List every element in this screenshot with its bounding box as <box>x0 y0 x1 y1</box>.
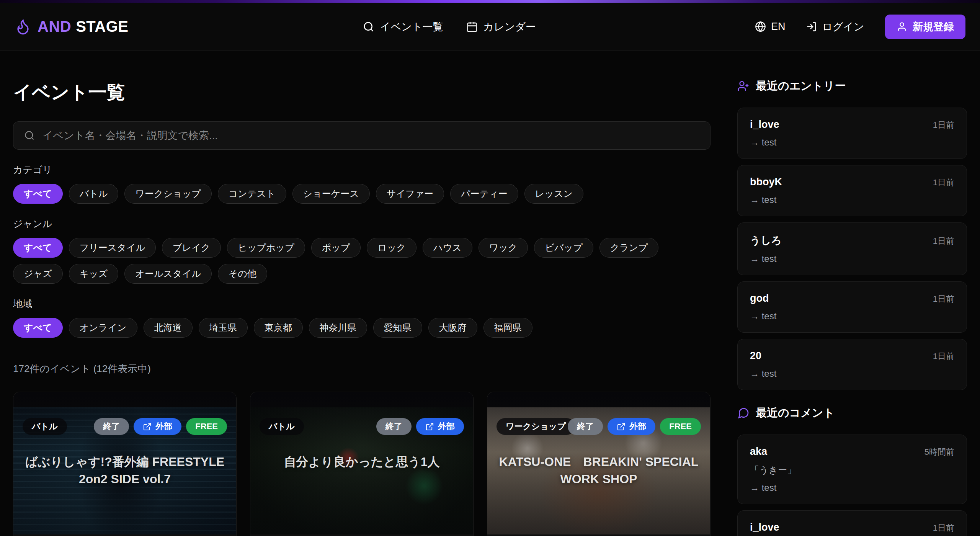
filter-chip[interactable]: コンテスト <box>218 184 286 204</box>
comment-timestamp: 5時間前 <box>924 446 954 458</box>
filter-chip[interactable]: その他 <box>218 264 267 284</box>
comment-item-top: i_love 1日前 <box>750 521 954 534</box>
entry-item[interactable]: i_love 1日前 → test <box>737 108 967 159</box>
filter-chip[interactable]: すべて <box>13 318 63 338</box>
event-card-media: ワークショップ 終了 外部 FREE KATSU-ONE BREAKI <box>487 392 710 534</box>
register-button[interactable]: 新規登録 <box>885 15 965 39</box>
entry-item-top: bboyK 1日前 <box>750 176 954 188</box>
filter-chip[interactable]: 神奈川県 <box>309 318 367 338</box>
header-actions: EN ログイン 新規登録 <box>755 15 965 39</box>
entry-item[interactable]: うしろ 1日前 → test <box>737 222 967 275</box>
filter-chip[interactable]: 大阪府 <box>428 318 477 338</box>
category-badge: バトル <box>260 418 304 435</box>
comment-user-name: aka <box>750 446 767 458</box>
page-layout: イベント一覧 カテゴリ すべてバトルワークショップコンテストショーケースサイファ… <box>0 51 980 536</box>
top-accent-bar <box>0 0 980 3</box>
filter-chip[interactable]: すべて <box>13 238 63 258</box>
filter-chip[interactable]: パーティー <box>450 184 518 204</box>
status-badges: 終了 外部 <box>376 418 464 435</box>
event-overlay-title: ばぶりしゃす!?番外編 FREESTYLE 2on2 SIDE vol.7 <box>24 453 225 488</box>
entry-target: → test <box>750 253 954 264</box>
genre-filter-label: ジャンル <box>13 217 710 230</box>
filter-chip[interactable]: ショーケース <box>292 184 370 204</box>
nav-item-label: イベント一覧 <box>380 20 443 34</box>
external-badge-label: 外部 <box>155 421 172 432</box>
sidebar: 最近のエントリー i_love 1日前 → test bboyK 1日前 <box>737 51 967 536</box>
event-card-media: バトル 終了 外部 FREE ばぶりしゃす!?番外編 FREESTYL <box>13 392 236 534</box>
event-card-body: フリースタイル ばぶりしゃす!?番外編 FREESTYLE 2on2 <box>13 534 236 536</box>
entry-item-top: 20 1日前 <box>750 350 954 362</box>
event-card[interactable]: バトル 終了 外部 自分より良かったと思う1人 <box>250 392 474 536</box>
external-link-icon <box>425 422 434 431</box>
filter-chip[interactable]: ポップ <box>311 238 361 258</box>
search-input[interactable] <box>42 129 699 142</box>
status-badges: 終了 外部 FREE <box>568 418 701 435</box>
entry-user-name: god <box>750 293 769 304</box>
filter-chip[interactable]: オールスタイル <box>124 264 211 284</box>
filter-chip[interactable]: キッズ <box>69 264 119 284</box>
filter-chip[interactable]: フリースタイル <box>69 238 156 258</box>
comment-item[interactable]: aka 5時間前 「うきー」 → test <box>737 435 967 504</box>
external-badge: 外部 <box>416 418 464 435</box>
ended-badge: 終了 <box>568 418 603 435</box>
entry-item[interactable]: god 1日前 → test <box>737 281 967 333</box>
register-label: 新規登録 <box>913 20 954 34</box>
ended-badge: 終了 <box>376 418 412 435</box>
external-badge-label: 外部 <box>438 421 455 432</box>
logo[interactable]: AND STAGE <box>15 18 129 35</box>
ended-badge: 終了 <box>94 418 129 435</box>
filter-chip[interactable]: 福岡県 <box>483 318 532 338</box>
filter-chip[interactable]: ブレイク <box>162 238 221 258</box>
filter-chip[interactable]: ビバップ <box>534 238 593 258</box>
entry-timestamp: 1日前 <box>933 177 954 188</box>
recent-entries-header: 最近のエントリー <box>737 78 967 94</box>
category-badge: バトル <box>23 418 67 435</box>
entry-timestamp: 1日前 <box>933 235 954 247</box>
filter-chip[interactable]: ワック <box>479 238 528 258</box>
entry-user-name: うしろ <box>750 234 782 247</box>
filter-chip[interactable]: クランプ <box>599 238 658 258</box>
recent-entries-list: i_love 1日前 → test bboyK 1日前 → test うしろ <box>737 108 967 390</box>
comment-target: → test <box>750 482 954 493</box>
filter-chip[interactable]: サイファー <box>376 184 444 204</box>
language-switch[interactable]: EN <box>755 21 786 33</box>
main-nav: イベント一覧 カレンダー <box>363 20 536 34</box>
event-card[interactable]: バトル 終了 外部 FREE ばぶりしゃす!?番外編 FREESTYL <box>13 392 237 536</box>
event-card-media: バトル 終了 外部 自分より良かったと思う1人 <box>250 392 473 534</box>
user-plus-icon <box>737 80 750 92</box>
entry-target: → test <box>750 368 954 379</box>
filter-chip[interactable]: 北海道 <box>144 318 193 338</box>
filter-chip[interactable]: ジャズ <box>13 264 63 284</box>
filter-chip[interactable]: ヒップホップ <box>227 238 305 258</box>
filter-chip[interactable]: すべて <box>13 184 63 204</box>
login-button[interactable]: ログイン <box>806 20 864 34</box>
filter-chip[interactable]: 愛知県 <box>373 318 422 338</box>
entry-item[interactable]: 20 1日前 → test <box>737 339 967 390</box>
filter-chip[interactable]: ロック <box>367 238 416 258</box>
entry-item[interactable]: bboyK 1日前 → test <box>737 165 967 216</box>
filter-chip[interactable]: オンライン <box>69 318 137 338</box>
status-badges: 終了 外部 FREE <box>94 418 227 435</box>
entry-target: → test <box>750 137 954 148</box>
filter-chip[interactable]: レッスン <box>524 184 583 204</box>
event-card-body: ハウス 自分より良かったと思う1人 <box>250 534 473 536</box>
event-card[interactable]: ワークショップ 終了 外部 FREE KATSU-ONE BREAKI <box>487 392 710 536</box>
filter-chip[interactable]: 埼玉県 <box>199 318 248 338</box>
filter-chip[interactable]: 東京都 <box>254 318 303 338</box>
comment-item[interactable]: i_love 1日前 「いけない」 <box>737 510 967 536</box>
nav-item-calendar[interactable]: カレンダー <box>466 20 536 34</box>
nav-item-events[interactable]: イベント一覧 <box>363 20 443 34</box>
free-badge: FREE <box>186 418 227 435</box>
logo-brand-second: STAGE <box>76 18 128 35</box>
filter-chip[interactable]: バトル <box>69 184 119 204</box>
filter-chip[interactable]: ワークショップ <box>124 184 211 204</box>
recent-comments-list: aka 5時間前 「うきー」 → test i_love 1日前 「いけない」 <box>737 435 967 536</box>
entry-user-name: 20 <box>750 350 761 362</box>
external-link-icon <box>143 422 152 431</box>
search-icon <box>363 21 374 33</box>
filter-chip[interactable]: ハウス <box>423 238 472 258</box>
flame-icon <box>15 18 31 35</box>
nav-item-label: カレンダー <box>483 20 536 34</box>
recent-comments-header: 最近のコメント <box>737 405 967 421</box>
event-overlay-title: KATSU-ONE BREAKIN' SPECIAL WORK SHOP <box>498 453 699 488</box>
